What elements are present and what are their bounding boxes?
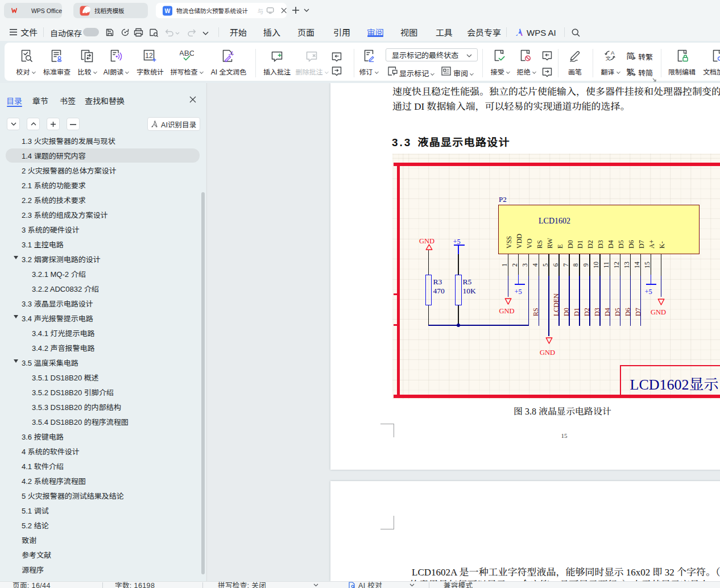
svg-text:A: A (611, 49, 615, 56)
svg-text:12: 12 (145, 52, 153, 60)
svg-text:W: W (165, 7, 171, 14)
svg-text:ABC: ABC (180, 49, 194, 57)
svg-text:文: 文 (606, 55, 611, 61)
